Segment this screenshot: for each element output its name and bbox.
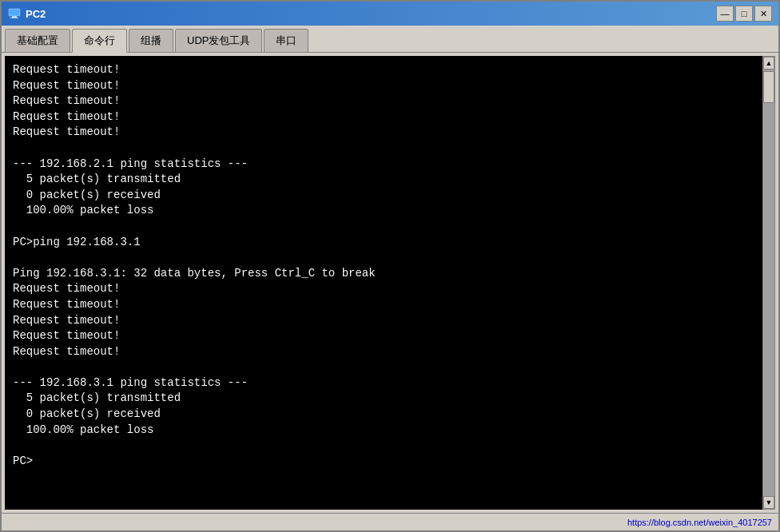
status-bar: https://blog.csdn.net/weixin_4017257 <box>2 513 778 530</box>
main-window: PC2 — □ ✕ 基础配置 命令行 组播 UDP发包工具 串口 Request… <box>0 0 780 532</box>
scroll-down-button[interactable]: ▼ <box>763 496 774 509</box>
tab-basic[interactable]: 基础配置 <box>5 29 70 52</box>
title-bar: PC2 — □ ✕ <box>2 2 778 26</box>
terminal[interactable]: Request timeout! Request timeout! Reques… <box>5 56 762 510</box>
tab-command[interactable]: 命令行 <box>72 29 127 53</box>
tab-bar: 基础配置 命令行 组播 UDP发包工具 串口 <box>2 26 778 53</box>
scrollbar-track[interactable] <box>763 69 774 496</box>
close-button[interactable]: ✕ <box>754 6 772 22</box>
computer-icon <box>8 7 21 20</box>
tab-multicast[interactable]: 组播 <box>129 29 173 52</box>
scroll-up-button[interactable]: ▲ <box>763 57 774 69</box>
tab-serial[interactable]: 串口 <box>264 29 308 52</box>
content-area: Request timeout! Request timeout! Reques… <box>2 53 778 513</box>
tab-udp[interactable]: UDP发包工具 <box>175 29 262 52</box>
scrollbar[interactable]: ▲ ▼ <box>762 56 775 510</box>
svg-rect-1 <box>12 16 17 18</box>
svg-rect-0 <box>9 9 20 16</box>
scrollbar-thumb[interactable] <box>763 71 774 103</box>
title-buttons: — □ ✕ <box>716 6 772 22</box>
maximize-button[interactable]: □ <box>735 6 753 22</box>
svg-rect-2 <box>10 18 18 18</box>
terminal-wrapper: Request timeout! Request timeout! Reques… <box>5 56 775 510</box>
minimize-button[interactable]: — <box>716 6 734 22</box>
window-title: PC2 <box>26 8 46 20</box>
status-text: https://blog.csdn.net/weixin_4017257 <box>627 518 772 527</box>
title-bar-left: PC2 <box>8 7 46 20</box>
